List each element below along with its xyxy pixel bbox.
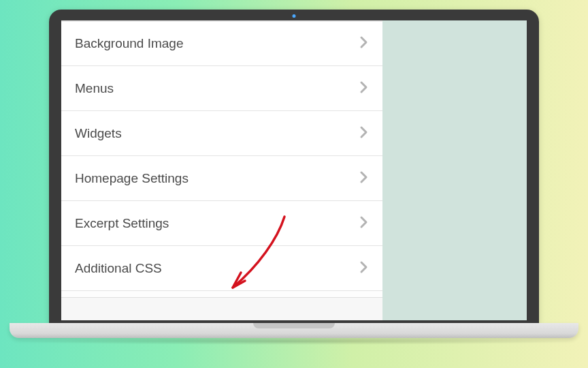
customizer-sidebar: Background Image Menus Widgets xyxy=(61,20,382,320)
menu-item-label: Background Image xyxy=(75,36,184,51)
chevron-right-icon xyxy=(359,215,369,232)
screen: Background Image Menus Widgets xyxy=(61,20,527,320)
menu-item-homepage-settings[interactable]: Homepage Settings xyxy=(61,156,382,201)
laptop-mockup: Background Image Menus Widgets xyxy=(49,10,539,338)
preview-panel xyxy=(382,20,527,320)
laptop-shadow xyxy=(10,338,578,345)
camera-dot xyxy=(293,14,296,18)
menu-item-background-image[interactable]: Background Image xyxy=(61,21,382,66)
chevron-right-icon xyxy=(359,125,369,142)
laptop-bezel: Background Image Menus Widgets xyxy=(49,10,539,323)
menu-item-label: Homepage Settings xyxy=(75,171,189,186)
menu-item-excerpt-settings[interactable]: Excerpt Settings xyxy=(61,201,382,246)
menu-item-additional-css[interactable]: Additional CSS xyxy=(61,246,382,291)
menu-item-label: Menus xyxy=(75,81,114,96)
laptop-notch xyxy=(253,323,335,328)
menu-item-widgets[interactable]: Widgets xyxy=(61,111,382,156)
customizer-menu-list: Background Image Menus Widgets xyxy=(61,21,382,297)
chevron-right-icon xyxy=(359,260,369,277)
menu-item-menus[interactable]: Menus xyxy=(61,66,382,111)
chevron-right-icon xyxy=(359,35,369,52)
sidebar-footer-strip xyxy=(61,297,382,320)
menu-item-label: Excerpt Settings xyxy=(75,216,169,231)
menu-item-label: Additional CSS xyxy=(75,261,162,276)
chevron-right-icon xyxy=(359,80,369,97)
chevron-right-icon xyxy=(359,170,369,187)
laptop-base xyxy=(10,323,578,338)
menu-item-label: Widgets xyxy=(75,126,122,141)
